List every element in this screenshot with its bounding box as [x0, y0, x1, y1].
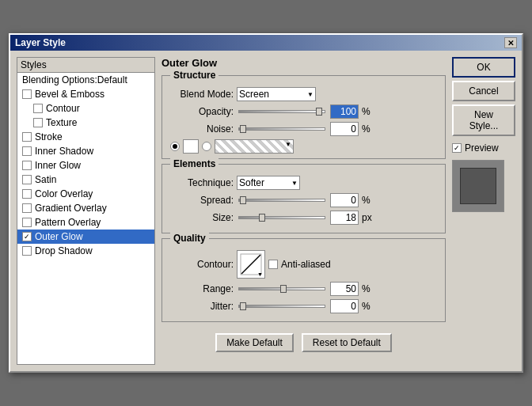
- size-row: Size: px: [170, 211, 437, 225]
- opacity-unit: %: [362, 106, 376, 117]
- sidebar-item-outer-glow[interactable]: Outer Glow: [17, 230, 154, 244]
- sidebar-item-inner-glow[interactable]: Inner Glow: [17, 158, 154, 173]
- antialias-label: Anti-aliased: [281, 259, 331, 270]
- close-button[interactable]: ✕: [504, 37, 517, 48]
- reset-default-button[interactable]: Reset to Default: [302, 333, 392, 352]
- preview-label-row: Preview: [452, 142, 515, 154]
- opacity-row: Opacity: %: [170, 104, 437, 119]
- blend-mode-row: Blend Mode: Screen ▼: [170, 87, 437, 101]
- size-thumb[interactable]: [259, 214, 265, 222]
- blend-mode-value: Screen: [239, 89, 269, 100]
- sidebar-item-satin[interactable]: Satin: [17, 173, 154, 187]
- spread-slider[interactable]: [238, 199, 325, 202]
- size-input[interactable]: [330, 211, 359, 225]
- spread-label: Spread:: [170, 195, 234, 206]
- antialias-checkbox[interactable]: [268, 260, 278, 269]
- inner-shadow-checkbox[interactable]: [22, 146, 32, 156]
- inner-glow-checkbox[interactable]: [22, 161, 32, 170]
- color-row: ▼: [170, 139, 437, 154]
- solid-color-radio[interactable]: [170, 142, 180, 151]
- pattern-overlay-checkbox[interactable]: [22, 218, 32, 227]
- elements-title: Elements: [170, 158, 218, 169]
- preview-label-text: Preview: [465, 142, 499, 154]
- cancel-button[interactable]: Cancel: [452, 81, 515, 101]
- spread-unit: %: [362, 195, 376, 206]
- satin-label: Satin: [35, 174, 56, 185]
- noise-input[interactable]: [330, 122, 359, 136]
- jitter-thumb[interactable]: [240, 302, 246, 310]
- range-unit: %: [362, 283, 376, 294]
- noise-thumb[interactable]: [240, 125, 246, 133]
- color-overlay-label: Color Overlay: [35, 188, 93, 199]
- spread-input[interactable]: [330, 193, 359, 207]
- jitter-unit: %: [362, 301, 376, 312]
- new-style-button[interactable]: New Style...: [452, 104, 515, 136]
- blend-mode-select[interactable]: Screen ▼: [237, 87, 316, 101]
- spread-thumb[interactable]: [240, 196, 246, 204]
- drop-shadow-checkbox[interactable]: [22, 246, 32, 256]
- size-unit: px: [362, 212, 376, 223]
- contour-preview[interactable]: ▼: [237, 250, 265, 279]
- range-row: Range: %: [170, 282, 437, 296]
- outer-glow-checkbox[interactable]: [22, 232, 32, 241]
- preview-inner: [460, 168, 496, 204]
- sidebar-item-inner-shadow[interactable]: Inner Shadow: [17, 144, 154, 158]
- solid-color-swatch[interactable]: [183, 139, 199, 154]
- size-slider[interactable]: [238, 216, 325, 219]
- bottom-buttons: Make Default Reset to Default: [162, 330, 446, 355]
- ok-button[interactable]: OK: [452, 57, 515, 78]
- satin-checkbox[interactable]: [22, 175, 32, 184]
- jitter-slider[interactable]: [238, 305, 325, 308]
- opacity-thumb[interactable]: [316, 108, 322, 116]
- sidebar-item-stroke[interactable]: Stroke: [17, 130, 154, 144]
- sidebar-item-drop-shadow[interactable]: Drop Shadow: [17, 244, 154, 258]
- sidebar-item-texture[interactable]: Texture: [17, 116, 154, 130]
- range-input[interactable]: [330, 282, 359, 296]
- technique-select[interactable]: Softer ▼: [237, 176, 300, 190]
- jitter-row: Jitter: %: [170, 299, 437, 313]
- color-overlay-checkbox[interactable]: [22, 189, 32, 199]
- sidebar-item-blending[interactable]: Blending Options:Default: [17, 73, 154, 87]
- structure-section: Structure Blend Mode: Screen ▼ Opacity:: [162, 75, 446, 159]
- make-default-button[interactable]: Make Default: [215, 333, 294, 352]
- opacity-label: Opacity:: [170, 106, 234, 117]
- texture-checkbox[interactable]: [33, 118, 43, 127]
- drop-shadow-label: Drop Shadow: [35, 245, 93, 256]
- noise-slider[interactable]: [238, 127, 325, 131]
- sidebar-item-pattern-overlay[interactable]: Pattern Overlay: [17, 215, 154, 230]
- gradient-overlay-checkbox[interactable]: [22, 203, 32, 213]
- contour-dropdown-icon: ▼: [257, 271, 263, 277]
- sidebar-item-color-overlay[interactable]: Color Overlay: [17, 187, 154, 201]
- blending-label: Blending Options:Default: [22, 74, 127, 85]
- contour-row: Contour: ▼ Anti-aliased: [170, 250, 437, 279]
- bevel-checkbox[interactable]: [22, 89, 32, 99]
- inner-glow-label: Inner Glow: [35, 160, 81, 171]
- range-slider[interactable]: [238, 287, 325, 290]
- opacity-input[interactable]: [330, 104, 359, 119]
- sidebar-item-contour[interactable]: Contour: [17, 101, 154, 116]
- sidebar-item-gradient-overlay[interactable]: Gradient Overlay: [17, 201, 154, 215]
- texture-label: Texture: [46, 117, 77, 128]
- noise-label: Noise:: [170, 123, 234, 135]
- sidebar-item-bevel[interactable]: Bevel & Emboss: [17, 87, 154, 101]
- gradient-radio[interactable]: [202, 142, 211, 151]
- stroke-checkbox[interactable]: [22, 132, 32, 142]
- quality-title: Quality: [170, 233, 209, 244]
- antialias-row: Anti-aliased: [268, 259, 331, 270]
- technique-arrow: ▼: [291, 180, 298, 187]
- right-panel: OK Cancel New Style... Preview: [452, 57, 515, 365]
- blend-mode-label: Blend Mode:: [170, 89, 234, 100]
- preview-checkbox[interactable]: [452, 143, 462, 153]
- jitter-input[interactable]: [330, 299, 359, 313]
- elements-section: Elements Technique: Softer ▼ Spread:: [162, 164, 446, 233]
- gradient-swatch[interactable]: ▼: [215, 139, 294, 154]
- contour-field-label: Contour:: [170, 259, 234, 270]
- opacity-slider[interactable]: [238, 110, 325, 113]
- range-thumb[interactable]: [280, 285, 287, 293]
- dialog-title: Layer Style: [15, 37, 66, 48]
- section-outer-glow-title: Outer Glow: [162, 57, 446, 69]
- noise-unit: %: [362, 123, 376, 135]
- blend-mode-arrow: ▼: [307, 91, 314, 98]
- contour-checkbox[interactable]: [33, 104, 43, 113]
- contour-label: Contour: [46, 103, 80, 114]
